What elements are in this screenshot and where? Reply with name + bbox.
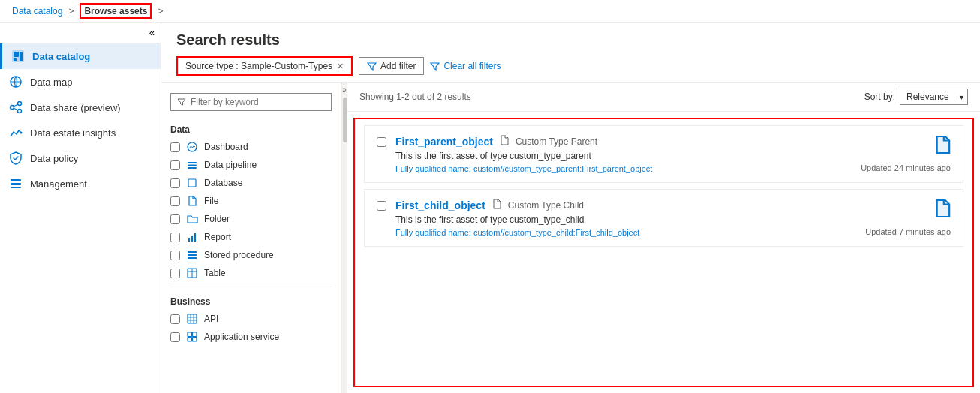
breadcrumb-current[interactable]: Browse assets — [84, 6, 147, 16]
sidebar-item-data-policy[interactable]: Data policy — [0, 146, 161, 171]
filter-label-dashboard: Dashboard — [204, 142, 248, 152]
filter-label-application-service: Application service — [204, 332, 279, 342]
result-title-1[interactable]: First_parent_object — [395, 136, 493, 148]
filter-checkbox-file[interactable] — [170, 196, 180, 206]
sidebar-item-data-catalog[interactable]: Data catalog — [0, 44, 161, 69]
breadcrumb-current-box: Browse assets — [80, 3, 152, 19]
svg-point-6 — [18, 102, 22, 106]
svg-rect-1 — [14, 52, 19, 57]
sidebar-item-data-map[interactable]: Data map — [0, 69, 161, 94]
result-updated-1: Updated 24 minutes ago — [853, 164, 951, 172]
result-type-1: Custom Type Parent — [516, 136, 597, 147]
filter-item-stored-procedure[interactable]: Stored procedure — [161, 246, 341, 264]
sidebar-item-label-data-catalog: Data catalog — [32, 51, 90, 62]
filter-search-box[interactable] — [170, 93, 332, 111]
active-filter-tag[interactable]: Source type : Sample-Custom-Types ✕ — [176, 56, 353, 76]
svg-rect-17 — [188, 167, 197, 169]
data-estate-icon — [9, 126, 23, 140]
filter-checkbox-folder[interactable] — [170, 214, 180, 224]
svg-rect-36 — [193, 338, 197, 342]
filter-search-icon — [177, 98, 186, 106]
sort-control: Sort by: Relevance Name Updated — [864, 88, 968, 105]
filter-item-report[interactable]: Report — [161, 228, 341, 246]
svg-rect-28 — [188, 314, 197, 323]
breadcrumb-sep2: > — [158, 6, 163, 16]
filter-label-folder: Folder — [204, 214, 230, 224]
filter-item-file[interactable]: File — [161, 192, 341, 210]
filter-checkbox-api[interactable] — [170, 314, 180, 324]
result-type-icon-2 — [492, 199, 502, 212]
svg-rect-12 — [11, 183, 21, 185]
breadcrumb-parent[interactable]: Data catalog — [12, 6, 62, 16]
result-checkbox-2[interactable] — [377, 201, 386, 211]
filter-label-table: Table — [204, 268, 226, 278]
data-share-icon — [9, 100, 23, 114]
filter-item-application-service[interactable]: Application service — [161, 328, 341, 346]
sidebar-item-label-data-estate: Data estate insights — [30, 128, 116, 139]
filter-panel: Data Dashboard — [161, 82, 341, 393]
filter-keyword-input[interactable] — [191, 97, 325, 107]
data-map-icon — [9, 75, 23, 88]
sidebar-item-management[interactable]: Management — [0, 171, 161, 196]
svg-rect-16 — [188, 165, 197, 166]
svg-rect-35 — [188, 338, 192, 342]
database-icon — [186, 177, 198, 189]
sidebar-collapse-btn[interactable]: « — [0, 22, 161, 44]
filter-item-database[interactable]: Database — [161, 174, 341, 192]
filter-checkbox-report[interactable] — [170, 232, 180, 242]
filter-checkbox-database[interactable] — [170, 178, 180, 188]
sidebar-item-data-share[interactable]: Data share (preview) — [0, 94, 161, 120]
sidebar-item-label-management: Management — [30, 178, 87, 190]
scrollbar-thumb[interactable] — [343, 98, 347, 142]
report-icon — [186, 231, 198, 243]
data-policy-icon — [9, 152, 23, 165]
svg-line-8 — [14, 104, 18, 106]
add-filter-icon — [367, 62, 377, 71]
filter-checkbox-dashboard[interactable] — [170, 142, 180, 152]
add-filter-label: Add filter — [380, 61, 416, 71]
table-icon — [186, 267, 198, 279]
results-header: Showing 1-2 out of 2 results Sort by: Re… — [347, 82, 980, 112]
add-filter-button[interactable]: Add filter — [359, 57, 424, 75]
result-card-2[interactable]: First_child_object Custom Type Child Thi… — [364, 189, 963, 247]
filter-item-folder[interactable]: Folder — [161, 210, 341, 228]
sort-label: Sort by: — [864, 92, 895, 102]
data-catalog-icon — [11, 50, 25, 63]
dashboard-icon — [186, 141, 198, 153]
sort-select-wrapper: Relevance Name Updated — [900, 88, 968, 105]
filter-item-dashboard[interactable]: Dashboard — [161, 138, 341, 156]
result-checkbox-1[interactable] — [377, 137, 386, 147]
svg-rect-23 — [188, 254, 197, 256]
svg-rect-34 — [193, 332, 197, 337]
file-icon — [186, 195, 198, 207]
filter-label-file: File — [204, 196, 218, 206]
filter-checkbox-data-pipeline[interactable] — [170, 160, 180, 170]
svg-rect-22 — [188, 251, 197, 253]
sidebar-item-label-data-share: Data share (preview) — [30, 102, 121, 113]
panel-collapse-icon[interactable]: » — [342, 86, 347, 94]
filter-item-data-pipeline[interactable]: Data pipeline — [161, 156, 341, 174]
filter-checkbox-application-service[interactable] — [170, 332, 180, 342]
result-asset-icon-2 — [934, 199, 951, 218]
filter-close-icon[interactable]: ✕ — [337, 62, 344, 71]
filter-checkbox-table[interactable] — [170, 268, 180, 278]
sidebar-item-data-estate[interactable]: Data estate insights — [0, 120, 161, 146]
active-filter-label: Source type : Sample-Custom-Types — [185, 61, 332, 71]
filter-label-report: Report — [204, 232, 231, 242]
filter-bar: Source type : Sample-Custom-Types ✕ Add … — [176, 56, 965, 76]
filter-divider — [170, 286, 332, 287]
clear-filters-button[interactable]: Clear all filters — [430, 61, 501, 71]
page-title: Search results — [176, 32, 965, 49]
sort-select[interactable]: Relevance Name Updated — [900, 88, 968, 105]
filter-checkbox-stored-procedure[interactable] — [170, 250, 180, 260]
result-card-1[interactable]: First_parent_object Custom Type Parent T… — [364, 125, 963, 183]
svg-rect-33 — [188, 332, 192, 337]
filter-item-api[interactable]: API — [161, 310, 341, 328]
result-fqn-2: Fully qualified name: custom//custom_typ… — [395, 228, 844, 237]
content-body: Data Dashboard — [161, 82, 980, 393]
result-title-2[interactable]: First_child_object — [395, 200, 485, 212]
vertical-scrollbar[interactable]: » — [341, 82, 347, 393]
result-meta-2: Updated 7 minutes ago — [853, 199, 951, 236]
filter-item-table[interactable]: Table — [161, 264, 341, 282]
svg-rect-13 — [11, 187, 21, 188]
